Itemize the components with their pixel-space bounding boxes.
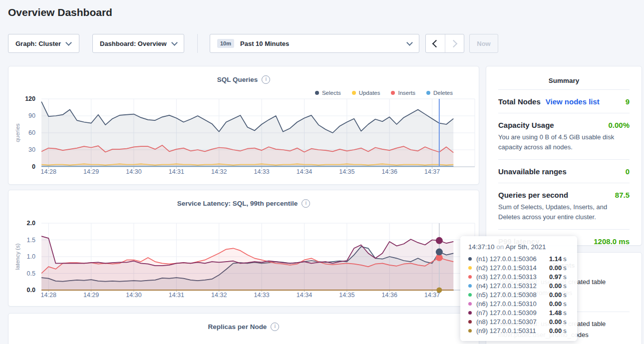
series-dot-icon: [468, 329, 472, 333]
tooltip-node-unit: s: [563, 318, 567, 326]
tooltip-row: (n2) 127.0.0.1:503140.00s: [468, 263, 570, 272]
tooltip-node-unit: s: [563, 300, 567, 308]
svg-text:latency (s): latency (s): [14, 243, 20, 270]
page-title: Overview Dashboard: [8, 6, 112, 18]
tooltip-node-name: (n7) 127.0.0.1:50309: [476, 309, 549, 317]
tooltip-row: (n4) 127.0.0.1:503120.00s: [468, 281, 570, 290]
svg-text:1.5: 1.5: [27, 237, 35, 244]
chevron-down-icon: [406, 39, 413, 46]
toolbar: Graph: Cluster Dashboard: Overview 10m P…: [8, 34, 637, 53]
svg-text:14:29: 14:29: [83, 168, 99, 175]
tooltip-node-value: 0.00: [549, 291, 562, 299]
svg-text:14:35: 14:35: [339, 168, 354, 175]
chart-title: Replicas per Node: [8, 314, 479, 331]
svg-text:14:32: 14:32: [211, 168, 227, 175]
time-next-button[interactable]: [445, 34, 464, 52]
series-dot-icon: [468, 284, 472, 288]
svg-text:14:34: 14:34: [297, 168, 312, 175]
total-nodes-row: Total Nodes View nodes list 9: [498, 89, 630, 113]
sql-queries-chart[interactable]: 14:2814:2914:3014:3114:3214:3314:3414:35…: [8, 66, 479, 184]
svg-text:14:31: 14:31: [169, 292, 184, 299]
time-range-badge: 10m: [217, 39, 234, 48]
tooltip-node-name: (n2) 127.0.0.1:50314: [476, 264, 549, 272]
capacity-usage-row: Capacity Usage 0.00% You are using 0 B o…: [498, 113, 630, 159]
tooltip-node-value: 1.48: [549, 309, 562, 317]
tooltip-node-name: (n5) 127.0.0.1:50308: [476, 291, 549, 299]
tooltip-row: (n1) 127.0.0.1:503061.14s: [468, 254, 570, 263]
series-dot-icon: [468, 293, 472, 297]
unavailable-ranges-row: Unavailable ranges 0: [498, 159, 630, 183]
tooltip-row: (n7) 127.0.0.1:503091.48s: [468, 308, 570, 317]
svg-text:14:28: 14:28: [41, 292, 56, 299]
svg-text:14:37: 14:37: [424, 292, 440, 299]
tooltip-node-name: (n9) 127.0.0.1:50311: [476, 327, 549, 335]
queries-per-second-label: Queries per second: [498, 191, 568, 199]
unavailable-ranges-label: Unavailable ranges: [498, 167, 567, 176]
chevron-left-icon: [432, 39, 440, 47]
svg-text:14:28: 14:28: [41, 168, 56, 175]
total-nodes-label: Total Nodes: [498, 97, 541, 106]
tooltip-node-value: 0.00: [549, 327, 562, 335]
capacity-usage-label: Capacity Usage: [498, 121, 554, 129]
tooltip-preposition: on: [496, 243, 504, 251]
tooltip-time: 14:37:10: [468, 243, 495, 251]
dashboard-dropdown-label: Dashboard: Overview: [100, 40, 167, 47]
svg-text:14:33: 14:33: [254, 292, 269, 299]
svg-text:0.5: 0.5: [27, 270, 35, 277]
chevron-right-icon: [450, 39, 458, 47]
dashboard-dropdown[interactable]: Dashboard: Overview: [92, 34, 184, 53]
p99-latency-value: 1208.0 ms: [594, 237, 630, 246]
svg-text:2.0: 2.0: [27, 220, 35, 227]
tooltip-node-unit: s: [563, 327, 567, 335]
tooltip-node-name: (n1) 127.0.0.1:50306: [476, 255, 549, 263]
svg-text:30: 30: [28, 146, 35, 153]
time-prev-button[interactable]: [426, 34, 445, 52]
queries-per-second-row: Queries per second 87.5 Sum of Selects, …: [498, 183, 630, 229]
view-nodes-link[interactable]: View nodes list: [546, 97, 600, 106]
total-nodes-value: 9: [626, 97, 630, 106]
series-dot-icon: [468, 302, 472, 306]
tooltip-row: (n9) 127.0.0.1:503110.00s: [468, 326, 570, 335]
svg-text:0.0: 0.0: [27, 287, 35, 294]
svg-text:14:36: 14:36: [382, 168, 397, 175]
queries-per-second-desc: Sum of Selects, Updates, Inserts, and De…: [498, 202, 630, 222]
graph-dropdown[interactable]: Graph: Cluster: [8, 34, 79, 53]
series-dot-icon: [468, 311, 472, 315]
tooltip-node-unit: s: [563, 255, 567, 263]
tooltip-node-unit: s: [563, 282, 567, 290]
tooltip-node-name: (n8) 127.0.0.1:50307: [476, 318, 549, 326]
tooltip-node-name: (n4) 127.0.0.1:50312: [476, 282, 549, 290]
tooltip-row: (n6) 127.0.0.1:503100.00s: [468, 299, 570, 308]
capacity-usage-desc: You are using 0 B of 4.5 GiB usable disk…: [498, 132, 630, 152]
tooltip-node-unit: s: [563, 264, 567, 272]
svg-text:1.0: 1.0: [27, 253, 35, 260]
tooltip-node-value: 0.00: [549, 282, 562, 290]
overview-dashboard-page: Overview Dashboard Graph: Cluster Dashbo…: [0, 0, 644, 344]
svg-text:14:36: 14:36: [382, 292, 397, 299]
svg-text:60: 60: [28, 129, 35, 136]
svg-text:14:35: 14:35: [339, 292, 354, 299]
svg-text:queries: queries: [14, 123, 20, 142]
tooltip-rows: (n1) 127.0.0.1:503061.14s(n2) 127.0.0.1:…: [468, 254, 570, 335]
svg-text:14:30: 14:30: [126, 292, 141, 299]
time-range-picker[interactable]: 10m Past 10 Minutes: [210, 34, 419, 53]
svg-text:14:37: 14:37: [424, 168, 440, 175]
service-latency-panel: Service Latency: SQL, 99th percentile 14…: [8, 190, 479, 307]
info-icon[interactable]: [271, 323, 279, 331]
svg-text:0: 0: [32, 163, 35, 170]
tooltip-node-value: 0.00: [549, 300, 562, 308]
svg-text:90: 90: [28, 112, 35, 119]
tooltip-date: Apr 5th, 2021: [505, 243, 546, 251]
replicas-per-node-panel: Replicas per Node: [8, 313, 479, 344]
svg-text:120: 120: [25, 95, 35, 102]
queries-per-second-value: 87.5: [615, 191, 630, 199]
unavailable-ranges-value: 0: [626, 167, 630, 176]
summary-title: Summary: [498, 66, 630, 89]
service-latency-chart[interactable]: 14:2814:2914:3014:3114:3214:3314:3414:35…: [8, 190, 479, 306]
capacity-usage-value: 0.00%: [608, 121, 630, 129]
tooltip-node-value: 0.00: [549, 318, 562, 326]
now-button[interactable]: Now: [469, 34, 498, 53]
sql-queries-panel: SQL Queries SelectsUpdatesInsertsDeletes…: [8, 66, 479, 185]
tooltip-node-name: (n3) 127.0.0.1:50313: [476, 273, 549, 281]
graph-dropdown-label: Graph: Cluster: [15, 40, 61, 47]
